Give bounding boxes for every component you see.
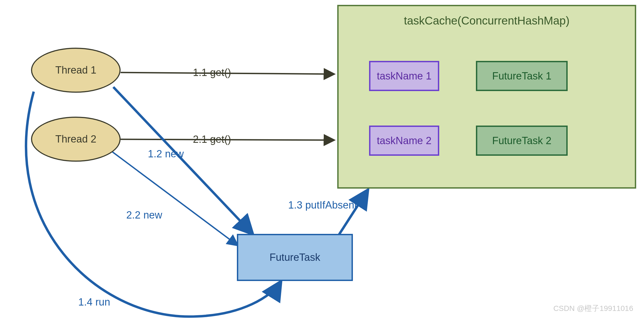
- taskname-1-box: taskName 1: [369, 61, 439, 91]
- taskname-1-label: taskName 1: [377, 70, 432, 82]
- futuretask-label: FutureTask: [270, 252, 320, 263]
- taskname-2-box: taskName 2: [369, 126, 439, 156]
- futuretask-2-label: FutureTask 2: [492, 135, 551, 147]
- thread-1-label: Thread 1: [55, 64, 96, 76]
- futuretask-box: FutureTask: [237, 234, 353, 281]
- label-1-4-run: 1.4 run: [78, 296, 110, 308]
- label-1-1-get: 1.1 get(): [193, 67, 231, 78]
- task-cache-box: taskCache(ConcurrentHashMap): [337, 5, 636, 189]
- label-2-2-new: 2.2 new: [126, 209, 162, 221]
- futuretask-1-box: FutureTask 1: [476, 61, 568, 91]
- thread-2-node: Thread 2: [31, 117, 121, 162]
- task-cache-title: taskCache(ConcurrentHashMap): [404, 14, 570, 27]
- futuretask-2-box: FutureTask 2: [476, 126, 568, 156]
- taskname-2-label: taskName 2: [377, 135, 432, 147]
- thread-1-node: Thread 1: [31, 48, 121, 93]
- watermark: CSDN @橙子19911016: [553, 303, 633, 314]
- arrow-1-3-putifabsent: [339, 190, 367, 234]
- label-2-1-get: 2.1 get(): [193, 134, 231, 145]
- label-1-2-new: 1.2 new: [148, 148, 184, 160]
- label-1-3-putifabsent: 1.3 putIfAbsent: [288, 199, 357, 211]
- thread-2-label: Thread 2: [55, 133, 96, 145]
- futuretask-1-label: FutureTask 1: [492, 70, 551, 82]
